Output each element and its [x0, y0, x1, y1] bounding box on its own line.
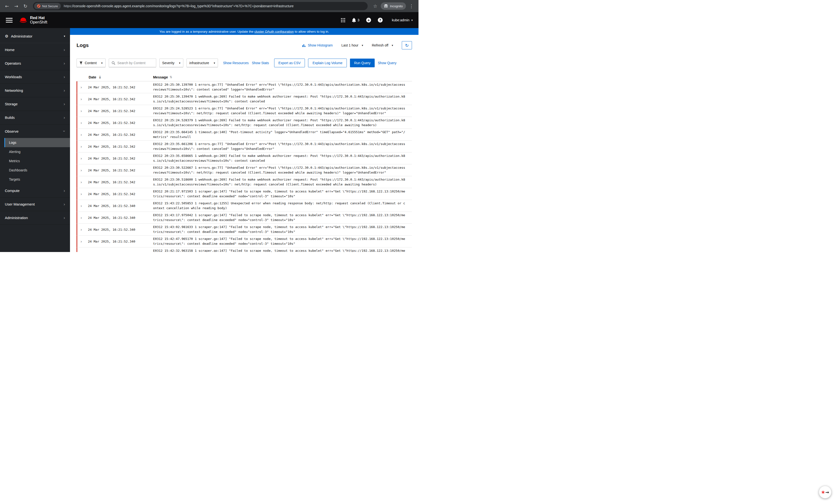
sidebar-item-home[interactable]: Home ›	[0, 43, 70, 57]
refresh-button[interactable]: ↻	[402, 41, 412, 49]
browser-reload-button[interactable]: ↻	[22, 2, 29, 10]
log-date: 24 Mar 2025, 16:21:52.342	[85, 180, 153, 184]
chevron-right-icon: ›	[81, 239, 82, 244]
url-bar[interactable]: Not Secure https://console-openshift-con…	[33, 2, 368, 10]
tenant-select[interactable]: infrastructure ▾	[186, 58, 218, 67]
url-rest: ://console-openshift-console.apps.agent.…	[71, 4, 293, 8]
chevron-right-icon: ›	[81, 85, 82, 90]
log-row: › 24 Mar 2025, 16:21:52.342 E0312 20:23:…	[76, 152, 412, 164]
log-date: 24 Mar 2025, 16:21:52.342	[85, 145, 153, 148]
content-filter-select[interactable]: Content ▾	[76, 58, 106, 67]
sidebar-item-builds[interactable]: Builds ›	[0, 111, 70, 124]
nav-toggle-button[interactable]	[6, 18, 13, 22]
log-date: 24 Mar 2025, 16:21:52.340	[85, 204, 153, 208]
browser-back-button[interactable]: ←	[3, 2, 11, 10]
severity-select[interactable]: Severity ▾	[159, 58, 183, 67]
show-query-link[interactable]: Show Query	[378, 61, 396, 65]
chevron-right-icon: ›	[64, 61, 65, 66]
run-query-button[interactable]: Run Query	[350, 58, 375, 67]
expand-row-button[interactable]: ›	[77, 168, 85, 173]
expand-row-button[interactable]: ›	[77, 121, 85, 125]
expand-row-button[interactable]: ›	[77, 156, 85, 161]
expand-row-button[interactable]: ›	[77, 192, 85, 196]
search-input[interactable]	[118, 61, 153, 65]
chevron-right-icon: ›	[64, 188, 65, 193]
not-secure-label: Not Secure	[42, 4, 58, 8]
log-message: E0312 20:25:30.139470 1 webhook.go:269] …	[153, 94, 412, 104]
explain-log-volume-button[interactable]: Explain Log Volume	[308, 58, 347, 67]
chevron-right-icon: ›	[81, 203, 82, 208]
log-message: E0312 20:21:17.971503 1 scraper.go:147] …	[153, 189, 412, 199]
export-csv-button[interactable]: Export as CSV	[274, 58, 305, 67]
log-date: 24 Mar 2025, 16:21:52.340	[85, 228, 153, 231]
incognito-icon	[384, 4, 388, 8]
expand-row-button[interactable]: ›	[77, 132, 85, 137]
sidebar-item-workloads[interactable]: Workloads ›	[0, 70, 70, 84]
sidebar-item-dashboards[interactable]: Dashboards	[4, 166, 70, 175]
chevron-right-icon: ›	[64, 102, 65, 107]
browser-menu-icon[interactable]: ⋮	[408, 2, 415, 10]
sidebar-item-targets[interactable]: Targets	[4, 175, 70, 184]
sidebar-item-networking[interactable]: Networking ›	[0, 84, 70, 97]
quick-create-button[interactable]: +	[366, 18, 371, 22]
incognito-badge: Incognito	[381, 2, 406, 10]
expand-row-button[interactable]: ›	[77, 144, 85, 149]
expand-row-button[interactable]: ›	[77, 85, 85, 90]
expand-row-button[interactable]: ›	[77, 227, 85, 232]
log-row: › 24 Mar 2025, 16:21:52.342 E0312 20:23:…	[76, 128, 412, 140]
sidebar-item-observe[interactable]: Observe ›	[0, 124, 70, 138]
log-message: E0312 15:43:22.505853 1 request.go:1255]…	[153, 201, 412, 211]
content-search	[109, 58, 156, 67]
chevron-right-icon: ›	[62, 130, 67, 132]
expand-row-button[interactable]: ›	[77, 180, 85, 184]
login-banner: You are logged in as a temporary adminis…	[70, 28, 418, 35]
expand-row-button[interactable]: ›	[77, 97, 85, 102]
show-histogram-button[interactable]: Show Histogram	[302, 43, 333, 47]
perspective-switcher[interactable]: ⚙ Administrator ▾	[0, 28, 70, 43]
sidebar-item-administration[interactable]: Administration ›	[0, 211, 70, 224]
log-row: › 24 Mar 2025, 16:21:52.340 E0312 15:42:…	[76, 235, 412, 247]
show-resources-link[interactable]: Show Resources	[223, 61, 249, 65]
search-icon	[112, 61, 115, 65]
sidebar-item-metrics[interactable]: Metrics	[4, 156, 70, 166]
chevron-right-icon: ›	[81, 168, 82, 173]
oauth-config-link[interactable]: cluster OAuth configuration	[254, 30, 294, 33]
time-range-select[interactable]: Last 1 hour ▾	[341, 43, 363, 47]
sort-descending-icon: ↓	[98, 75, 102, 79]
expand-row-button[interactable]: ›	[77, 239, 85, 244]
sidebar-item-compute[interactable]: Compute ›	[0, 184, 70, 198]
expand-row-button[interactable]: ›	[77, 109, 85, 113]
sidebar-item-logs[interactable]: Logs	[4, 138, 70, 147]
help-button[interactable]: ?	[378, 18, 382, 22]
chevron-right-icon: ›	[81, 215, 82, 220]
show-stats-link[interactable]: Show Stats	[252, 61, 269, 65]
date-column-header[interactable]: Date ↓	[85, 75, 153, 79]
log-date: 24 Mar 2025, 16:21:52.342	[85, 109, 153, 113]
not-secure-badge[interactable]: Not Secure	[34, 3, 61, 9]
sidebar-item-user-management[interactable]: User Management ›	[0, 198, 70, 211]
sidebar-item-alerting[interactable]: Alerting	[4, 147, 70, 156]
log-message: E0312 20:23:30.518600 1 webhook.go:269] …	[153, 177, 412, 187]
brand-name-bottom: OpenShift	[30, 20, 47, 24]
log-row: › 24 Mar 2025, 16:21:52.342 E0312 20:25:…	[76, 105, 412, 117]
caret-down-icon: ▾	[101, 61, 103, 65]
log-message: E0312 15:42:47.965170 1 scraper.go:147] …	[153, 236, 412, 246]
user-menu[interactable]: kube:admin ▾	[392, 18, 413, 22]
expand-row-button[interactable]: ›	[77, 203, 85, 208]
log-row: › 24 Mar 2025, 16:21:52.342 E0312 20:23:…	[76, 140, 412, 152]
masthead: Red Hat OpenShift 3 + ? kube:admin ▾	[0, 12, 418, 28]
sidebar: ⚙ Administrator ▾ Home › Operators › Wor…	[0, 28, 70, 252]
bookmark-star-icon[interactable]: ☆	[372, 2, 379, 10]
message-column-header[interactable]: Message ⇅	[153, 75, 412, 79]
filter-funnel-icon	[79, 61, 83, 65]
browser-forward-button[interactable]: →	[13, 2, 20, 10]
expand-row-button[interactable]: ›	[77, 215, 85, 220]
notifications-button[interactable]: 3	[352, 18, 359, 22]
refresh-interval-select[interactable]: Refresh off ▾	[372, 43, 393, 47]
sidebar-item-storage[interactable]: Storage ›	[0, 97, 70, 111]
url-scheme: https	[64, 4, 71, 8]
chevron-right-icon: ›	[64, 88, 65, 93]
expand-row-button[interactable]: ›	[77, 251, 85, 252]
app-launcher-button[interactable]	[341, 18, 345, 22]
sidebar-item-operators[interactable]: Operators ›	[0, 57, 70, 70]
